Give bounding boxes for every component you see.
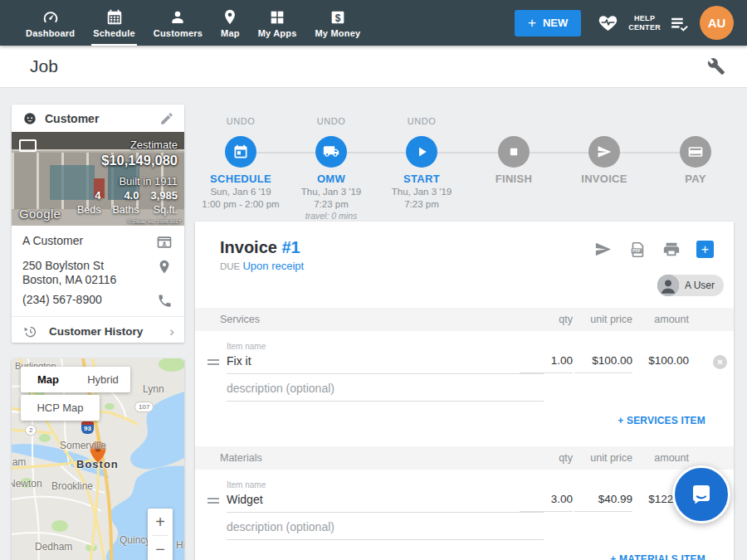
map-type-hcp-button[interactable]: HCP Map xyxy=(21,395,100,421)
edit-pencil-icon[interactable] xyxy=(159,111,174,126)
user-avatar[interactable]: AU xyxy=(700,6,734,40)
new-button[interactable]: + NEW xyxy=(515,10,581,37)
qty-column-header: qty xyxy=(523,452,573,464)
nav-customers[interactable]: Customers xyxy=(144,0,212,46)
services-section: Services qty unit price amount Item name… xyxy=(195,308,734,426)
due-label: DUE xyxy=(220,261,240,271)
svg-text:PDF: PDF xyxy=(632,248,641,253)
item-qty-input[interactable]: 1.00 xyxy=(520,354,573,373)
map-label-somerville: Somerville xyxy=(60,440,106,451)
customer-address: 250 Boylston StBoston, MA 02116 xyxy=(22,259,116,286)
item-description-input[interactable]: description (optional) xyxy=(227,520,544,540)
assignee-name: A User xyxy=(685,280,715,291)
health-heart-icon[interactable] xyxy=(598,12,618,33)
calendar-icon xyxy=(232,144,249,160)
step-start-icon[interactable] xyxy=(406,136,437,168)
step-omw-icon[interactable] xyxy=(315,136,347,168)
apps-grid-icon xyxy=(268,8,286,27)
undo-link[interactable]: UNDO xyxy=(408,116,436,126)
job-header: Job xyxy=(0,46,747,88)
step-label: FINISH xyxy=(496,173,532,185)
nav-schedule[interactable]: Schedule xyxy=(84,0,144,46)
map-type-map-button[interactable]: Map xyxy=(21,367,76,392)
customer-phone: (234) 567-8900 xyxy=(22,293,102,307)
invoice-number[interactable]: #1 xyxy=(281,238,300,256)
send-invoice-icon[interactable] xyxy=(593,240,613,259)
item-qty-input[interactable]: 3.00 xyxy=(520,493,573,512)
chat-icon xyxy=(688,481,715,508)
undo-link[interactable]: UNDO xyxy=(317,116,345,126)
step-label: SCHEDULE xyxy=(210,173,271,185)
map-label-quincy: Quincy xyxy=(120,534,150,546)
nav-my-money[interactable]: $ My Money xyxy=(306,0,370,46)
job-settings-wrench-icon[interactable] xyxy=(707,57,725,75)
step-time: 1:00 pm - 2:00 pm xyxy=(202,199,279,210)
avatar-initials: AU xyxy=(708,16,726,30)
customer-card: Customer Zestimate $10,149,080 Built in … xyxy=(12,105,184,343)
customer-face-icon xyxy=(22,111,37,126)
step-pay-icon[interactable] xyxy=(680,136,711,168)
step-invoice-icon[interactable] xyxy=(588,136,620,168)
new-button-label: NEW xyxy=(543,17,568,29)
materials-header: Materials xyxy=(220,452,262,464)
truck-icon xyxy=(323,144,339,160)
address-line1: 250 Boylston St xyxy=(22,259,104,272)
add-materials-item-link[interactable]: + MATERIALS ITEM xyxy=(610,553,706,560)
map-label-hingham: Hi xyxy=(176,539,184,551)
customer-history-label: Customer History xyxy=(49,325,143,338)
contact-card-icon[interactable] xyxy=(156,234,173,251)
map-zoom-out-button[interactable]: − xyxy=(148,536,173,560)
photo-credit: © Zillow, Inc. 2006-2017 xyxy=(128,219,181,224)
travel-note: travel: 0 mins xyxy=(305,211,357,221)
page-title: Job xyxy=(30,56,58,76)
map-zoom-in-button[interactable]: + xyxy=(148,509,173,535)
credit-card-icon xyxy=(687,144,704,160)
help-line1: HELP xyxy=(628,14,661,23)
item-name-input[interactable]: Widget xyxy=(227,493,544,513)
schedule-calendar-icon xyxy=(105,8,124,27)
dashboard-gauge-icon xyxy=(42,8,60,27)
history-icon xyxy=(22,324,37,339)
print-icon[interactable] xyxy=(662,241,681,259)
map-label-newton: Newton xyxy=(12,478,42,489)
photo-frame-icon xyxy=(19,139,37,152)
step-schedule-icon[interactable] xyxy=(225,136,256,168)
undo-link[interactable]: UNDO xyxy=(227,116,255,126)
item-description-input[interactable]: description (optional) xyxy=(227,382,544,402)
step-finish-icon[interactable] xyxy=(498,136,530,168)
nav-map[interactable]: Map xyxy=(212,0,249,46)
map-type-hybrid-button[interactable]: Hybrid xyxy=(76,367,130,392)
pdf-icon[interactable]: PDF xyxy=(628,241,647,259)
item-amount: $100.00 xyxy=(614,354,689,367)
nav-label: Schedule xyxy=(93,28,135,38)
sqft-label: Sq.ft. xyxy=(154,204,178,216)
job-timeline: UNDO SCHEDULE Sun, Jan 6 '19 1:00 pm - 2… xyxy=(195,116,743,222)
assignee-avatar xyxy=(657,275,679,296)
customer-history-row[interactable]: Customer History › xyxy=(12,316,184,346)
item-name-input[interactable]: Fix it xyxy=(227,354,544,374)
drag-handle-icon[interactable] xyxy=(208,498,219,506)
add-invoice-button[interactable]: + xyxy=(696,241,714,258)
nav-my-apps[interactable]: My Apps xyxy=(249,0,306,46)
map-widget[interactable]: Burlington Lynn 107 2 93 Somerville ham … xyxy=(12,358,184,560)
plus-icon: + xyxy=(528,15,536,32)
nav-label: Customers xyxy=(154,28,203,38)
built-year: Built in 1911 xyxy=(119,175,178,187)
help-center-link[interactable]: HELP CENTER xyxy=(628,14,661,32)
location-pin-icon[interactable] xyxy=(156,259,173,275)
drag-handle-icon[interactable] xyxy=(208,359,219,368)
remove-item-button[interactable]: ✕ xyxy=(713,355,727,369)
property-photo[interactable]: Zestimate $10,149,080 Built in 1911 4Bed… xyxy=(12,132,184,226)
stop-icon xyxy=(505,144,522,160)
route-shield-93: 93 xyxy=(81,421,94,434)
assignee-chip[interactable]: A User xyxy=(657,275,724,296)
chat-bubble-button[interactable] xyxy=(672,465,730,523)
due-value-link[interactable]: Upon receipt xyxy=(242,260,304,272)
phone-icon[interactable] xyxy=(157,293,173,309)
beds-label: Beds xyxy=(77,204,101,216)
service-line-item: Item name Fix it 1.00 $100.00 $100.00 ✕ … xyxy=(195,331,734,426)
nav-dashboard[interactable]: Dashboard xyxy=(17,0,84,46)
add-services-item-link[interactable]: + SERVICES ITEM xyxy=(618,415,706,426)
step-label: PAY xyxy=(685,173,706,185)
activity-feed-icon[interactable] xyxy=(669,12,690,33)
